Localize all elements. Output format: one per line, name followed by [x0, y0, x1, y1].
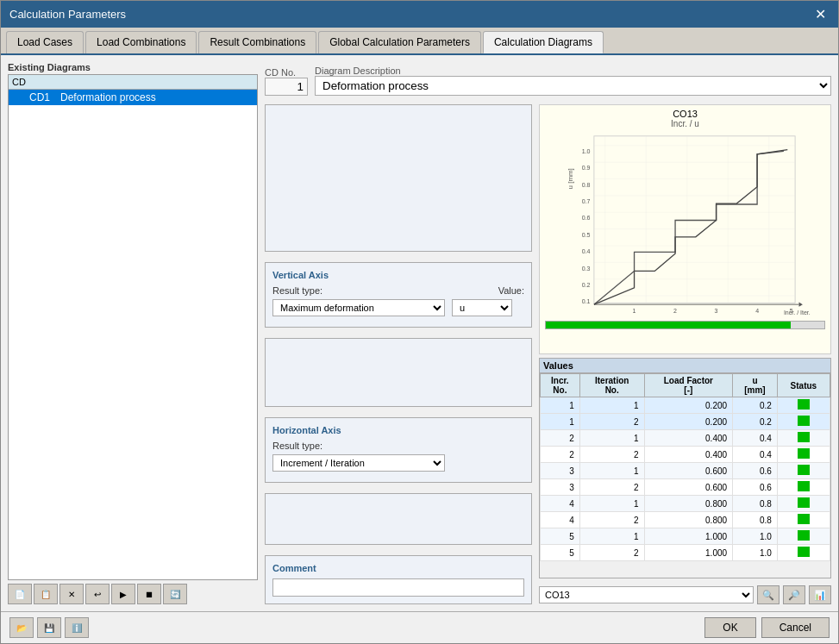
table-row: 521.0001.0 [541, 545, 830, 561]
vertical-axis-title: Vertical Axis [272, 270, 524, 280]
diagram-id-cd1: CD1 [29, 91, 50, 103]
progress-bar [545, 321, 825, 329]
tab-load-cases[interactable]: Load Cases [6, 31, 84, 53]
diagram-icon-cd1 [12, 92, 26, 103]
diagram-desc-label: Diagram Description [315, 66, 831, 76]
horizontal-result-type-label: Result type: [272, 441, 322, 451]
col-u: u[mm] [733, 374, 778, 397]
svg-text:0.9: 0.9 [582, 165, 591, 171]
svg-text:0.4: 0.4 [582, 248, 591, 254]
tab-global-calc-params[interactable]: Global Calculation Parameters [318, 31, 481, 53]
vertical-selects-row: Maximum deformation u [272, 299, 524, 316]
empty-config-area-2 [265, 338, 532, 407]
chart-title: CO13 [540, 105, 830, 119]
col-incr-no: Incr.No. [541, 374, 580, 397]
cd-no-label: CD No. [265, 67, 308, 78]
svg-rect-1 [594, 136, 795, 303]
col-iter-no: IterationNo. [579, 374, 644, 397]
svg-text:1.0: 1.0 [582, 148, 591, 154]
bottom-left-tools: 📂 💾 ℹ️ [9, 617, 89, 638]
vertical-value-label: Value: [498, 285, 524, 296]
svg-text:1: 1 [633, 308, 636, 314]
values-title: Values [540, 359, 830, 373]
svg-marker-19 [799, 303, 803, 307]
table-row: 310.6000.6 [541, 463, 830, 479]
right-panel: CD No. Diagram Description Deformation p… [265, 62, 831, 604]
vertical-result-type-row: Result type: Value: [272, 285, 524, 296]
top-config-row: CD No. Diagram Description Deformation p… [265, 62, 831, 99]
chart-btn-3[interactable]: 📊 [809, 585, 831, 604]
diagram-name-cd1: Deformation process [60, 91, 156, 103]
co-select[interactable]: CO13 [539, 586, 754, 603]
table-row: 210.4000.4 [541, 430, 830, 447]
comment-input[interactable] [272, 578, 524, 597]
bottom-bar: 📂 💾 ℹ️ OK Cancel [1, 611, 838, 643]
chart-bottom-toolbar: CO13 🔍 🔎 📊 [539, 585, 831, 604]
move-up-btn[interactable]: ↩ [85, 584, 110, 604]
window-title: Calculation Parameters [9, 8, 126, 21]
open-btn[interactable]: 📂 [9, 617, 34, 638]
vertical-result-type-label: Result type: [272, 285, 322, 296]
cd-no-input[interactable] [265, 78, 308, 96]
vertical-result-type-select[interactable]: Maximum deformation [272, 299, 445, 316]
chart-btn-2[interactable]: 🔎 [783, 585, 805, 604]
col-load-factor: Load Factor[-] [644, 374, 732, 397]
run-btn[interactable]: ▶ [111, 584, 135, 604]
chart-btn-1[interactable]: 🔍 [757, 585, 780, 604]
horizontal-result-type-row: Result type: [272, 441, 524, 451]
table-row: 410.8000.8 [541, 496, 830, 512]
info-btn[interactable]: ℹ️ [65, 617, 89, 638]
cancel-button[interactable]: Cancel [761, 617, 830, 638]
tab-calc-diagrams[interactable]: Calculation Diagrams [483, 31, 604, 53]
copy-diagram-btn[interactable]: 📋 [34, 584, 58, 604]
svg-text:Incr. / Iter.: Incr. / Iter. [784, 309, 811, 316]
svg-text:0.2: 0.2 [582, 282, 591, 288]
horizontal-result-type-select[interactable]: Increment / Iteration [272, 454, 445, 472]
horizontal-axis-title: Horizontal Axis [272, 425, 524, 435]
comment-group: Comment [265, 555, 532, 604]
diagram-desc-group: Diagram Description Deformation process [315, 66, 831, 96]
progress-fill [546, 322, 791, 328]
svg-text:0.1: 0.1 [582, 298, 591, 304]
main-content: Existing Diagrams CD CD1 Deformation pro… [1, 55, 838, 611]
stop-btn[interactable]: ⏹ [137, 584, 161, 604]
svg-text:0.6: 0.6 [582, 215, 591, 221]
svg-text:0.5: 0.5 [582, 232, 591, 238]
save-btn[interactable]: 💾 [37, 617, 61, 638]
ok-button[interactable]: OK [704, 617, 755, 638]
empty-config-area [265, 104, 532, 252]
tab-load-combinations[interactable]: Load Combinations [85, 31, 197, 53]
table-row: 420.8000.8 [541, 512, 830, 528]
table-row: 110.2000.2 [541, 397, 830, 414]
empty-config-area-3 [265, 493, 532, 545]
close-button[interactable]: ✕ [811, 6, 830, 22]
chart-svg: u [mm] 1.0 0.9 0.8 0.7 0.6 0.5 0.4 0.3 0… [540, 128, 830, 318]
diagram-list-header: CD [9, 75, 257, 90]
delete-diagram-btn[interactable]: ✕ [59, 584, 84, 604]
vertical-axis-group: Vertical Axis Result type: Value: Maximu… [265, 262, 532, 328]
left-toolbar: 📄 📋 ✕ ↩ ▶ ⏹ 🔄 [8, 584, 258, 604]
table-row: 320.6000.6 [541, 479, 830, 496]
horizontal-select-row: Increment / Iteration [272, 454, 524, 472]
svg-text:0.8: 0.8 [582, 182, 591, 188]
left-panel: Existing Diagrams CD CD1 Deformation pro… [8, 62, 258, 604]
existing-diagrams-list: CD CD1 Deformation process [8, 74, 258, 580]
tab-result-combinations[interactable]: Result Combinations [198, 31, 316, 53]
chart-values-area: CO13 Incr. / u [539, 104, 831, 604]
table-row: 511.0001.0 [541, 528, 830, 545]
existing-diagrams-label: Existing Diagrams [8, 62, 258, 72]
svg-text:u [mm]: u [mm] [567, 168, 574, 189]
svg-text:0.3: 0.3 [582, 266, 591, 272]
config-column: Vertical Axis Result type: Value: Maximu… [265, 104, 532, 604]
new-diagram-btn[interactable]: 📄 [8, 584, 32, 604]
diagram-desc-select[interactable]: Deformation process [315, 76, 831, 96]
refresh-btn[interactable]: 🔄 [163, 584, 187, 604]
cd-no-group: CD No. [265, 67, 308, 96]
chart-area: CO13 Incr. / u [539, 104, 831, 354]
svg-text:0.7: 0.7 [582, 198, 591, 204]
chart-subtitle: Incr. / u [540, 119, 830, 128]
vertical-value-select[interactable]: u [452, 299, 512, 316]
tab-bar: Load Cases Load Combinations Result Comb… [1, 28, 838, 55]
diagram-row-cd1[interactable]: CD1 Deformation process [9, 90, 257, 105]
values-section: Values Incr.No. IterationNo. Load Factor… [539, 358, 831, 578]
